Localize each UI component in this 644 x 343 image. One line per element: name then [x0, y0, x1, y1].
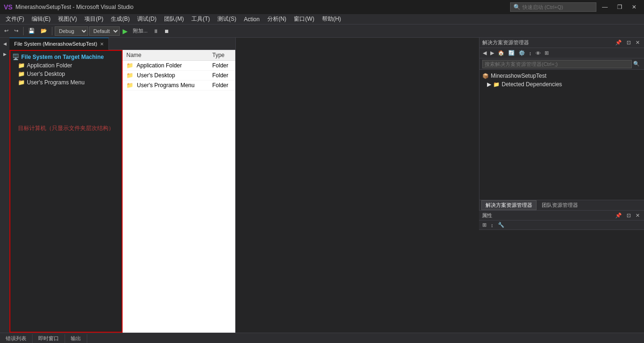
table-row[interactable]: 📁 User's Desktop Folder [123, 71, 235, 81]
prop-close-icon[interactable]: ✕ [634, 212, 641, 219]
tb-pause[interactable]: ⏸ [151, 27, 161, 35]
tree-item-programs-menu[interactable]: 📁 User's Programs Menu [10, 78, 122, 87]
sol-deps-label: Detected Dependencies [502, 81, 562, 88]
tab-title: File System (MinerashowSetupTest) [14, 41, 97, 47]
prop-pin-icon[interactable]: 📌 [614, 212, 623, 219]
attach-button[interactable]: 附加... [131, 26, 150, 35]
sol-grid-btn[interactable]: ⊞ [543, 49, 550, 57]
vertical-tabs-left: ◀ ▶ [0, 38, 9, 333]
solution-search-bar: 🔍 [479, 58, 644, 70]
menu-help[interactable]: 帮助(H) [318, 14, 345, 24]
sol-project-item[interactable]: 📦 MinerashowSetupTest [479, 72, 644, 80]
menu-file[interactable]: 文件(F) [2, 14, 28, 24]
menu-bar: 文件(F) 编辑(E) 视图(V) 项目(P) 生成(B) 调试(D) 团队(M… [0, 14, 644, 24]
quick-launch[interactable]: 🔍 [510, 2, 596, 12]
main-area: ◀ ▶ File System (MinerashowSetupTest) ✕ … [0, 38, 644, 333]
sol-back-btn[interactable]: ◀ [481, 49, 488, 57]
properties-icons: 📌 ⊡ ✕ [614, 212, 641, 219]
chinese-note-container: 目标计算机（只显示文件夹层次结构） [10, 115, 122, 142]
folder-icon-programs: 📁 [18, 79, 25, 86]
platform-dropdown[interactable]: Default [89, 26, 120, 36]
expand-icon[interactable]: ⊡ [625, 39, 632, 46]
bottom-tabs-bar: 错误列表 即时窗口 输出 [0, 333, 644, 343]
row-name-cell: 📁 Application Folder [123, 61, 208, 71]
menu-project[interactable]: 项目(P) [81, 14, 107, 24]
solution-search-input[interactable] [482, 60, 632, 68]
root-folder-icon: 🖥️ [12, 54, 19, 60]
properties-content [479, 230, 644, 333]
solution-explorer-icons: 📌 ⊡ ✕ [614, 39, 641, 46]
close-button[interactable]: ✕ [628, 3, 640, 11]
tb-save[interactable]: 💾 [26, 27, 37, 35]
sol-collapse-btn[interactable]: ↕ [528, 50, 533, 57]
properties-title-bar: 属性 📌 ⊡ ✕ [479, 210, 644, 220]
tb-stop[interactable]: ⏹ [162, 27, 172, 35]
debug-mode-dropdown[interactable]: Debug Release [55, 26, 88, 36]
file-system-panel: File System (MinerashowSetupTest) ✕ 🖥️ F… [9, 38, 236, 333]
sol-settings-btn[interactable]: ⚙️ [517, 49, 527, 57]
restore-button[interactable]: ❐ [613, 3, 626, 11]
tb-undo[interactable]: ↩ [2, 27, 11, 35]
solution-tree: 📦 MinerashowSetupTest ▶ 📁 Detected Depen… [479, 70, 644, 200]
panel-close-icon[interactable]: ✕ [634, 39, 641, 46]
bottom-tab-output[interactable]: 输出 [65, 334, 87, 343]
v-tab-1[interactable]: ◀ [1, 40, 8, 48]
expand-arrow-icon[interactable]: ▶ [487, 81, 491, 88]
pin-icon[interactable]: 📌 [614, 39, 623, 46]
solution-toolbar: ◀ ▶ 🏠 🔄 ⚙️ ↕ 👁 ⊞ [479, 48, 644, 58]
sol-tab-team[interactable]: 团队资源管理器 [537, 200, 582, 210]
bottom-tab-errors[interactable]: 错误列表 [0, 334, 33, 343]
vs-logo: VS [4, 3, 13, 11]
solution-search-icon: 🔍 [632, 61, 641, 67]
root-tree-label: File System on Target Machine [21, 54, 104, 60]
table-row[interactable]: 📁 Application Folder Folder [123, 61, 235, 71]
table-header-row: Name Type [123, 50, 235, 61]
tb-open[interactable]: 📂 [38, 27, 50, 35]
v-tab-2[interactable]: ▶ [1, 50, 8, 58]
row-folder-icon-3: 📁 [126, 82, 133, 89]
title-bar: VS MinerashowSetupTest - Microsoft Visua… [0, 0, 644, 14]
left-content: 🖥️ File System on Target Machine 📁 Appli… [9, 50, 235, 333]
sol-forward-btn[interactable]: ▶ [489, 49, 495, 57]
run-button[interactable]: ▶ [121, 27, 130, 35]
sol-detected-deps-item[interactable]: ▶ 📁 Detected Dependencies [479, 80, 644, 89]
tree-item-desktop[interactable]: 📁 User's Desktop [10, 70, 122, 78]
tb-redo[interactable]: ↪ [12, 27, 21, 35]
menu-debug[interactable]: 调试(D) [133, 14, 160, 24]
table-row[interactable]: 📁 User's Programs Menu Folder [123, 81, 235, 90]
prop-expand-icon[interactable]: ⊡ [625, 212, 632, 219]
menu-tools[interactable]: 工具(T) [188, 14, 214, 24]
prop-grid-btn[interactable]: ⊞ [481, 221, 488, 229]
folder-icon-desktop: 📁 [18, 71, 25, 77]
bottom-tab-immediate[interactable]: 即时窗口 [33, 334, 65, 343]
file-system-tab[interactable]: File System (MinerashowSetupTest) ✕ [9, 38, 109, 50]
tab-close-btn[interactable]: ✕ [100, 41, 104, 47]
search-icon: 🔍 [513, 4, 520, 10]
menu-analysis[interactable]: 分析(N) [264, 14, 290, 24]
row-type-cell: Folder [208, 61, 235, 71]
menu-view[interactable]: 视图(V) [54, 14, 81, 24]
menu-action[interactable]: Action [240, 15, 263, 24]
sol-show-all-btn[interactable]: 👁 [534, 50, 542, 57]
sol-tab-explorer[interactable]: 解决方案资源管理器 [481, 200, 537, 210]
root-tree-item[interactable]: 🖥️ File System on Target Machine [10, 53, 122, 61]
menu-test[interactable]: 测试(S) [214, 14, 240, 24]
tree-item-app-folder[interactable]: 📁 Application Folder [10, 61, 122, 70]
menu-edit[interactable]: 编辑(E) [28, 14, 54, 24]
prop-settings-btn[interactable]: 🔧 [496, 221, 506, 229]
prop-sort-btn[interactable]: ↕ [489, 221, 495, 229]
solution-explorer-panel: 解决方案资源管理器 📌 ⊡ ✕ ◀ ▶ 🏠 🔄 ⚙️ ↕ 👁 ⊞ 🔍 [479, 38, 644, 210]
sol-refresh-btn[interactable]: 🔄 [507, 49, 516, 57]
prop-toolbar: ⊞ ↕ 🔧 [479, 220, 644, 230]
tree-item-desktop-label: User's Desktop [27, 71, 65, 77]
menu-team[interactable]: 团队(M) [160, 14, 188, 24]
minimize-button[interactable]: — [598, 3, 611, 11]
toolbar: ↩ ↪ 💾 📂 Debug Release Default ▶ 附加... ⏸ … [0, 24, 644, 38]
quick-launch-input[interactable] [522, 4, 593, 10]
row-type-cell: Folder [208, 81, 235, 90]
chinese-note: 目标计算机（只显示文件夹层次结构） [10, 115, 122, 142]
menu-window[interactable]: 窗口(W) [290, 14, 318, 24]
tb-separator-1 [23, 27, 24, 35]
sol-home-btn[interactable]: 🏠 [496, 49, 506, 57]
menu-build[interactable]: 生成(B) [107, 14, 133, 24]
